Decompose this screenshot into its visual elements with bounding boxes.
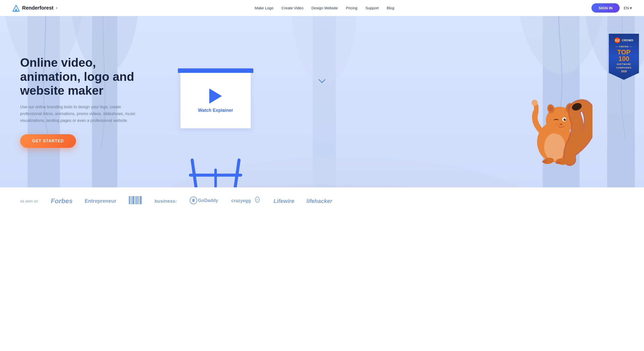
brand-lifewire[interactable]: Lifewire: [273, 198, 294, 204]
g2-top100-label: TOP 100: [612, 49, 636, 62]
as-seen-label: As seen on:: [20, 199, 39, 203]
svg-text:crazyegg: crazyegg: [231, 198, 251, 203]
hero-description: Use our online branding tools to design …: [20, 103, 136, 124]
crazyegg-logo-icon: crazyegg ©: [231, 196, 261, 205]
svg-point-37: [559, 123, 562, 125]
svg-point-40: [532, 100, 538, 106]
logo[interactable]: Renderforest ▾: [12, 4, 57, 12]
hero-title: Online video, animation, logo and websit…: [20, 56, 136, 97]
nav-support[interactable]: Support: [366, 6, 379, 10]
svg-rect-51: [136, 196, 138, 204]
nav-pricing[interactable]: Pricing: [346, 6, 357, 10]
g2-crowd-label: CROWD: [622, 39, 633, 42]
squirrel-svg: [522, 82, 592, 167]
svg-rect-52: [138, 196, 139, 204]
nav-right: SIGN IN EN ▾: [591, 3, 632, 13]
brand-lifehacker[interactable]: lifehacker: [306, 198, 332, 204]
svg-rect-48: [131, 196, 132, 204]
svg-point-28: [544, 133, 565, 161]
nav-make-logo[interactable]: Make Logo: [255, 6, 273, 10]
nav-links: Make Logo Create Video Design Website Pr…: [255, 6, 394, 10]
logo-icon: [12, 4, 20, 12]
hero-section: G2 CROWD — AMONG — TOP 100 SOFTWARE COMP…: [0, 16, 644, 187]
g2-among-label: — AMONG —: [616, 45, 632, 48]
nav-design-website[interactable]: Design Website: [311, 6, 338, 10]
play-icon: [209, 88, 222, 103]
brand-forbes[interactable]: Forbes: [51, 197, 73, 205]
lang-caret-icon: ▾: [630, 6, 632, 10]
svg-rect-50: [135, 196, 136, 204]
svg-rect-49: [132, 196, 134, 204]
scroll-chevron[interactable]: [318, 79, 326, 85]
brand-entrepreneur[interactable]: Entrepreneur: [85, 198, 116, 204]
brand-crazyegg[interactable]: crazyegg ©: [231, 196, 261, 206]
svg-point-39: [555, 125, 556, 126]
navbar: Renderforest ▾ Make Logo Create Video De…: [0, 0, 644, 16]
g2-badge: G2 CROWD — AMONG — TOP 100 SOFTWARE COMP…: [609, 34, 639, 80]
logo-text: Renderforest: [22, 5, 53, 11]
iwd-logo-icon: [128, 196, 142, 205]
brand-godaddy[interactable]: GoDaddy: [189, 196, 219, 206]
watch-explainer-label: Watch Explainer: [198, 108, 233, 113]
get-started-button[interactable]: GET STARTED: [20, 134, 76, 148]
nav-create-video[interactable]: Create Video: [281, 6, 303, 10]
g2-software-label: SOFTWARE: [617, 63, 631, 65]
brand-business[interactable]: business:: [154, 198, 177, 204]
g2-logo-icon: G2: [614, 37, 620, 43]
signin-button[interactable]: SIGN IN: [591, 3, 620, 13]
svg-point-45: [542, 160, 547, 163]
brand-logos-row: Forbes Entrepreneur business: GoDaddy: [51, 196, 624, 206]
svg-text:©: ©: [256, 199, 258, 201]
nav-blog[interactable]: Blog: [387, 6, 394, 10]
svg-point-38: [556, 123, 557, 125]
hero-content: Online video, animation, logo and websit…: [0, 41, 156, 163]
easel-canvas[interactable]: Watch Explainer: [180, 73, 251, 128]
easel-leg-mid: [214, 169, 217, 187]
svg-text:G2: G2: [615, 39, 620, 42]
language-selector[interactable]: EN ▾: [624, 6, 632, 10]
svg-marker-1: [15, 8, 18, 11]
squirrel-character: [522, 82, 592, 167]
as-seen-on-section: As seen on: Forbes Entrepreneur business…: [0, 187, 644, 215]
easel-top-bar: [178, 68, 253, 73]
svg-point-36: [565, 118, 566, 119]
g2-companies-label: COMPANIES: [616, 66, 631, 69]
logo-caret: ▾: [56, 6, 57, 10]
godaddy-logo-icon: GoDaddy: [189, 196, 219, 205]
svg-rect-47: [129, 196, 130, 204]
svg-text:GoDaddy: GoDaddy: [198, 198, 218, 203]
g2-year-label: 2019: [621, 70, 627, 73]
svg-rect-53: [140, 196, 142, 204]
brand-iwd[interactable]: [128, 196, 142, 206]
svg-point-46: [555, 161, 560, 164]
easel-illustration[interactable]: Watch Explainer: [180, 73, 251, 128]
chevron-down-icon: [318, 79, 326, 84]
